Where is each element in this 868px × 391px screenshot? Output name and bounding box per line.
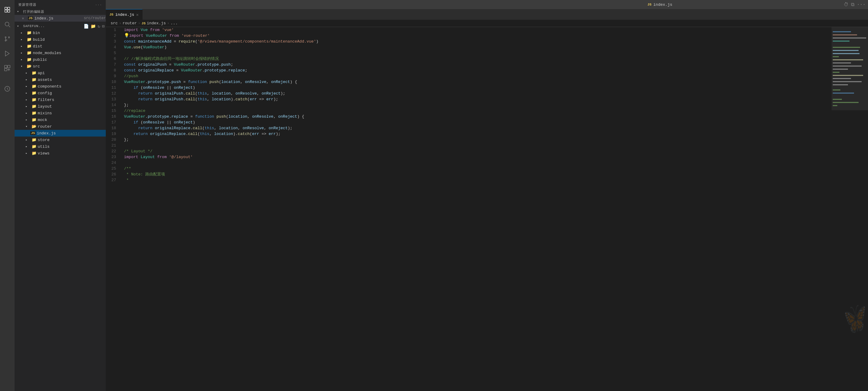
collapse-icon[interactable]: ⊟ xyxy=(102,24,104,29)
ln-18: 18 xyxy=(106,125,119,131)
breadcrumb: src › router › JS index.js › ... xyxy=(106,20,868,27)
more-options-icon[interactable]: ··· xyxy=(95,3,102,7)
code-line-15: //replace xyxy=(124,108,832,114)
folder-node-modules[interactable]: 📁 node_modules xyxy=(14,50,106,56)
mock-toggle xyxy=(26,118,30,122)
dist-toggle xyxy=(21,44,26,48)
tab-index-js[interactable]: JS index.js ✕ xyxy=(106,9,143,20)
code-line-7: const originalPush = VueRouter.prototype… xyxy=(124,62,832,67)
code-line-1: import Vue from 'vue' xyxy=(124,27,832,33)
folder-api[interactable]: 📁 api xyxy=(14,70,106,76)
router-folder-icon: 📂 xyxy=(32,124,36,129)
project-section[interactable]: SAFEFUN... 📄 📁 ↻ ⊟ xyxy=(14,23,106,29)
code-line-3: const maintenanceAdd = require('@/views/… xyxy=(124,39,832,44)
tab-bar: JS index.js ✕ xyxy=(106,9,868,20)
breadcrumb-indexjs[interactable]: index.js xyxy=(147,21,166,26)
code-line-26: * Note: 路由配置项 xyxy=(124,172,832,177)
code-line-5 xyxy=(124,50,832,56)
folder-bin[interactable]: 📁 bin xyxy=(14,29,106,36)
open-editor-path: src/router xyxy=(84,16,106,20)
js-file-icon: JS xyxy=(28,17,33,20)
folder-filters[interactable]: 📁 filters xyxy=(14,96,106,103)
activity-source-control[interactable] xyxy=(0,32,14,46)
open-editors-section[interactable]: 打开的编辑器 xyxy=(14,8,106,15)
file-close-btn[interactable]: ✕ xyxy=(22,16,27,21)
timeline-icon[interactable]: ⏱ xyxy=(844,2,848,8)
svg-point-4 xyxy=(5,22,9,26)
ln-12: 12 xyxy=(106,91,119,96)
layout-folder-icon: 📁 xyxy=(32,104,36,109)
new-file-icon[interactable]: 📄 xyxy=(84,24,89,29)
activity-run[interactable] xyxy=(0,46,14,61)
refresh-icon[interactable]: ↻ xyxy=(98,24,100,29)
file-index-js[interactable]: JS index.js xyxy=(14,130,106,137)
breadcrumb-src[interactable]: src xyxy=(111,21,118,26)
code-line-8: const originalReplace = VueRouter.protot… xyxy=(124,67,832,73)
svg-rect-10 xyxy=(5,65,7,68)
api-toggle xyxy=(26,71,30,75)
ln-9: 9 xyxy=(106,73,119,79)
folder-router-label: router xyxy=(38,124,106,129)
folder-config[interactable]: 📁 config xyxy=(14,90,106,96)
folder-dist[interactable]: 📁 dist xyxy=(14,43,106,50)
open-editor-file[interactable]: ✕ JS index.js src/router xyxy=(14,15,106,22)
code-line-12: return originalPush.call(this, location,… xyxy=(124,91,832,96)
ln-27: 27 xyxy=(106,177,119,183)
assets-folder-icon: 📁 xyxy=(32,77,36,82)
components-folder-icon: 📁 xyxy=(32,84,36,89)
folder-layout[interactable]: 📁 layout xyxy=(14,103,106,110)
ln-10: 10 xyxy=(106,79,119,85)
folder-views[interactable]: 📁 views xyxy=(14,150,106,157)
open-editors-label: 打开的编辑器 xyxy=(23,9,106,14)
folder-utils[interactable]: 📁 utils xyxy=(14,143,106,150)
code-line-25: /** xyxy=(124,166,832,172)
svg-point-8 xyxy=(5,40,6,41)
svg-rect-37 xyxy=(832,27,868,110)
folder-mixins[interactable]: 📁 mixins xyxy=(14,110,106,116)
folder-views-label: views xyxy=(38,151,106,156)
code-line-9: //push xyxy=(124,73,832,79)
activity-search[interactable] xyxy=(0,17,14,32)
folder-build-label: build xyxy=(33,37,106,42)
activity-gitlens[interactable] xyxy=(0,82,14,96)
ln-17: 17 xyxy=(106,119,119,125)
folder-config-label: config xyxy=(38,91,106,95)
split-editor-icon[interactable]: ⧉ xyxy=(851,2,854,8)
svg-rect-2 xyxy=(5,10,7,12)
svg-rect-11 xyxy=(8,65,10,68)
folder-src[interactable]: 📂 src xyxy=(14,63,106,70)
title-bar-file: JS index.js xyxy=(476,2,844,7)
project-label: SAFEFUN... xyxy=(23,24,84,28)
more-actions-icon[interactable]: ··· xyxy=(857,2,866,8)
ln-11: 11 xyxy=(106,85,119,91)
title-bar: JS index.js ⏱ ⧉ ··· xyxy=(106,0,868,9)
code-line-27: * xyxy=(124,177,832,183)
folder-router[interactable]: 📂 router xyxy=(14,123,106,130)
folder-public[interactable]: 📁 public xyxy=(14,56,106,63)
new-folder-icon[interactable]: 📁 xyxy=(91,24,96,29)
breadcrumb-dots[interactable]: ... xyxy=(170,21,178,26)
folder-build[interactable]: 📁 build xyxy=(14,36,106,43)
svg-line-5 xyxy=(8,26,10,27)
filters-toggle xyxy=(26,98,30,101)
code-line-2: 💡import VueRouter from 'vue-router' xyxy=(124,33,832,39)
code-content[interactable]: import Vue from 'vue' 💡import VueRouter … xyxy=(122,27,832,391)
title-bar-actions: ⏱ ⧉ ··· xyxy=(844,2,866,8)
folder-assets[interactable]: 📁 assets xyxy=(14,76,106,83)
folder-components[interactable]: 📁 components xyxy=(14,83,106,90)
folder-mixins-label: mixins xyxy=(38,111,106,116)
activity-explorer[interactable] xyxy=(0,2,14,17)
breadcrumb-router[interactable]: router xyxy=(122,21,137,26)
title-js-badge: JS xyxy=(647,3,651,6)
tab-close-btn[interactable]: ✕ xyxy=(136,12,138,17)
folder-mock[interactable]: 📁 mock xyxy=(14,116,106,123)
ln-20: 20 xyxy=(106,137,119,143)
ln-24: 24 xyxy=(106,160,119,166)
breadcrumb-sep-1: › xyxy=(119,21,121,26)
folder-store-label: store xyxy=(38,138,106,142)
svg-point-7 xyxy=(8,37,10,38)
dist-folder-icon: 📁 xyxy=(27,44,32,49)
tab-filename: index.js xyxy=(115,12,134,17)
activity-extensions[interactable] xyxy=(0,61,14,76)
folder-store[interactable]: 📁 store xyxy=(14,137,106,143)
